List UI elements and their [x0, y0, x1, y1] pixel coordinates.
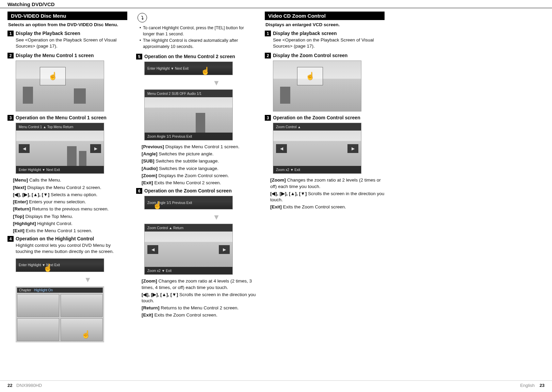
screenshot-menu-control-1: Menu Control 1 ▲ Top Menu Return ◀ ▶ Ent…	[16, 123, 104, 174]
hand-icon: ☝	[153, 201, 162, 210]
section-intro: Selects an option from the DVD-VIDEO Dis…	[8, 22, 127, 27]
step-title: Display the playback screen	[273, 31, 337, 36]
column-middle: ⤵ To cancel Highlight Control, press the…	[136, 12, 256, 346]
step-number: 4	[7, 236, 14, 242]
hand-icon: ☝	[43, 263, 52, 272]
step-3: 3 Operation on the Zoom Control screen	[265, 115, 385, 121]
page-number-left: 22	[7, 383, 12, 388]
screenshot-zoom-control: Zoom Control ▲ Return ◀ ▶ Zoom x2 ▼ Exit	[144, 224, 233, 275]
descriptions-vcd-zoom: [Zoom] Changes the zoom ratio at 2 level…	[270, 177, 385, 210]
desc-top: [Top] Displays the Top Menu.	[13, 214, 127, 220]
hand-icon: ☝	[48, 72, 58, 81]
step-6: 6 Operation on the Zoom Control screen	[136, 188, 256, 194]
page-number-right: 23	[540, 383, 545, 388]
hand-icon: ☝	[306, 72, 315, 81]
step-title: Operation on the Zoom Control screen	[273, 115, 360, 120]
step-1: 1 Display the Playback Screen	[7, 31, 127, 36]
hand-icon: ☝	[81, 330, 91, 339]
footer-left: 22 DNX9980HD	[7, 383, 42, 388]
overlay-bar: Enter Highlight ▼ Next Exit	[145, 62, 232, 75]
right-arrow-btn: ▶	[347, 144, 358, 153]
step-number: 3	[265, 115, 271, 121]
step-3: 3 Operation on the Menu Control 1 screen	[7, 115, 127, 121]
step-4: 4 Operation on the Highlight Control	[7, 236, 127, 242]
page-footer: 22 DNX9980HD English 23	[0, 380, 552, 388]
model-name: DNX9980HD	[16, 383, 42, 388]
screenshot-mc2-bar-tap: Zoom Angle 1/1 Previous Exit ☝	[144, 196, 233, 209]
step-title: Display the Playback Screen	[16, 31, 80, 36]
overlay-bottom: Zoom Angle 1/1 Previous Exit	[145, 133, 232, 140]
footer-right: English 23	[517, 383, 545, 388]
step-number: 3	[7, 115, 14, 121]
down-arrow-icon: ▼	[177, 213, 256, 222]
note-item: To cancel Highlight Control, press the […	[140, 25, 255, 37]
step-1: 1 Display the playback screen	[265, 31, 385, 36]
tap-target: ☝	[40, 67, 66, 85]
overlay-top: Menu Control 1 ▲ Top Menu Return	[16, 123, 104, 131]
desc-return: [Return] Returns to the Menu Control 2 s…	[142, 305, 256, 311]
overlay-top: Zoom Control ▲	[273, 123, 361, 131]
overlay-top: Menu Control 2 SUB OFF Audio 1/1	[145, 90, 232, 97]
step-2: 2 Display the Zoom Control screen	[265, 53, 385, 58]
step-desc: See <Operation on the Playback Screen of…	[273, 37, 385, 49]
step-title: Display the Zoom Control screen	[273, 53, 347, 58]
tap-target: ☝	[297, 67, 323, 85]
left-arrow-btn: ◀	[19, 144, 30, 153]
descriptions-mc1: [Menu] Calls the Menu. [Next] Displays t…	[13, 177, 127, 234]
right-arrow-btn: ▶	[90, 144, 101, 153]
screenshot-vcd-zoom-control: Zoom Control ▲ ◀ ▶ Zoom x2 ▼ Exit	[273, 123, 361, 174]
page-header: Watching DVD/VCD	[0, 0, 552, 8]
step-number: 2	[7, 53, 14, 58]
desc-exit: [Exit] Exits the Zoom Control screen.	[270, 204, 385, 210]
desc-zoom: [Zoom] Changes the zoom ratio at 2 level…	[270, 177, 385, 189]
desc-angle: [Angle] Switches the picture angle.	[142, 151, 256, 157]
notes-list: To cancel Highlight Control, press the […	[140, 25, 255, 50]
desc-menu: [Menu] Calls the Menu.	[13, 177, 127, 183]
screenshot-highlight-bar: Enter Highlight ▼ Next Exit ☝	[16, 258, 104, 272]
screenshot-chapter-thumbs: Chapter Highlight On ☝	[16, 286, 104, 342]
step-2: 2 Display the Menu Control 1 screen	[7, 53, 127, 58]
desc-return: [Return] Returns to the previous menu sc…	[13, 206, 127, 212]
desc-exit: [Exit] Exits the Menu Control 1 screen.	[13, 228, 127, 234]
screenshot-mc1-bar-tap: Enter Highlight ▼ Next Exit ☝	[144, 62, 233, 75]
descriptions-mc2: [Previous] Displays the Menu Control 1 s…	[142, 144, 256, 186]
overlay-bottom: Zoom x2 ▼ Exit	[273, 166, 361, 173]
screenshot-playback-tap: ☝	[273, 61, 361, 112]
thumb	[61, 294, 103, 317]
desc-audio: [Audio] Switches the voice language.	[142, 166, 256, 172]
step-number: 1	[7, 31, 14, 36]
step-number: 5	[136, 54, 142, 59]
overlay-bottom: Zoom x2 ▼ Exit	[145, 267, 232, 274]
language-label: English	[520, 383, 535, 388]
overlay-top: Zoom Control ▲ Return	[145, 224, 232, 232]
thumb	[17, 318, 59, 341]
desc-next: [Next] Displays the Menu Control 2 scree…	[13, 185, 127, 191]
left-arrow-btn: ◀	[147, 245, 158, 254]
chapter-bar: Chapter Highlight On	[17, 288, 103, 293]
step-title: Display the Menu Control 1 screen	[16, 53, 94, 58]
step-number: 1	[265, 31, 271, 36]
step-title: Operation on the Menu Control 1 screen	[16, 115, 107, 120]
desc-sub: [SUB] Switches the subtitle language.	[142, 158, 256, 164]
desc-highlight: [Highlight] Highlight Control.	[13, 221, 127, 227]
note-item: The Highlight Control is cleared automat…	[140, 38, 255, 50]
step-5: 5 Operation on the Menu Control 2 screen	[136, 54, 256, 59]
hand-icon: ☝	[201, 67, 210, 75]
content-columns: DVD-VIDEO Disc Menu Selects an option fr…	[0, 8, 552, 346]
section-bar-vcd-zoom: Video CD Zoom Control	[265, 12, 385, 20]
down-arrow-icon: ▼	[48, 275, 127, 284]
desc-zoom: [Zoom] Displays the Zoom Control screen.	[142, 173, 256, 179]
step-number: 2	[265, 53, 271, 58]
section-bar-dvd-menu: DVD-VIDEO Disc Menu	[7, 12, 127, 20]
desc-zoom: [Zoom] Changes the zoom ratio at 4 level…	[142, 278, 256, 290]
desc-enter: [Enter] Enters your menu selection.	[13, 199, 127, 205]
overlay-bar: Enter Highlight ▼ Next Exit	[16, 259, 104, 272]
desc-previous: [Previous] Displays the Menu Control 1 s…	[142, 144, 256, 150]
desc-exit: [Exit] Exits the Zoom Control screen.	[142, 312, 256, 318]
right-arrow-btn: ▶	[219, 245, 230, 254]
note-icon: ⤵	[137, 13, 147, 22]
screenshot-menu-control-2: Menu Control 2 SUB OFF Audio 1/1 Zoom An…	[144, 89, 233, 140]
desc-arrows: [◀], [▶], [▲], [▼] Selects a menu option…	[13, 192, 127, 198]
column-left: DVD-VIDEO Disc Menu Selects an option fr…	[7, 12, 127, 346]
left-arrow-btn: ◀	[276, 144, 287, 153]
